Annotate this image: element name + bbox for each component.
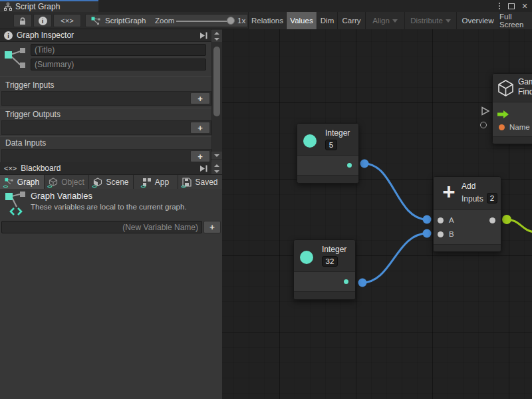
inspect-button[interactable]: i (33, 14, 52, 27)
zoom-slider-handle[interactable] (227, 17, 235, 25)
info-icon: i (4, 31, 13, 40)
wire-endpoint (502, 215, 511, 224)
graph-name: ScriptGraph (105, 17, 146, 25)
tab-saved[interactable]: <> Saved (178, 175, 222, 189)
toolbar-button-dim[interactable]: Dim (317, 12, 337, 29)
variables-button[interactable]: <×> (53, 14, 81, 27)
scroll-down-button[interactable] (211, 152, 222, 159)
graph-icon (3, 45, 27, 70)
add-operator-icon: + (439, 177, 459, 207)
lock-icon (19, 17, 27, 25)
integer-value-field[interactable] (322, 256, 338, 267)
zoom-label: Zoom (155, 17, 174, 25)
node-title: GameObject (518, 77, 532, 86)
zoom-slider-track[interactable] (176, 21, 233, 22)
graph-inspector-header[interactable]: i Graph Inspector (0, 29, 222, 42)
divider (0, 136, 211, 137)
graph-inspector-title: Graph Inspector (17, 31, 74, 40)
tab-object[interactable]: <> Object (45, 175, 88, 189)
toolbar-button-full-screen[interactable]: Full Screen (499, 12, 532, 29)
chevron-down-icon (392, 19, 398, 23)
node-gameobject-find[interactable]: GameObject Find Name (492, 73, 532, 144)
tab-app[interactable]: <> App (134, 175, 178, 189)
dock-panel-icon[interactable] (200, 165, 207, 172)
inputs-label: Inputs (462, 194, 483, 203)
blackboard-tab-bar: <> Graph <> Object <> Scene (0, 175, 222, 189)
floppy-disk-icon: <> (182, 178, 192, 187)
integer-type-icon (300, 251, 313, 264)
toolbar-button-relations[interactable]: Relations (248, 12, 286, 29)
graph-summary-field[interactable] (31, 59, 206, 70)
graph-canvas[interactable]: Integer Integer + Add (222, 29, 532, 399)
scroll-up-button[interactable] (211, 30, 222, 36)
trigger-arrow-icon[interactable] (497, 110, 509, 118)
variables-icon: <×> (61, 17, 73, 25)
output-port[interactable] (489, 217, 495, 223)
cube-icon: <> (49, 178, 59, 187)
arrow-down-icon (214, 38, 219, 41)
node-integer-5[interactable]: Integer (297, 123, 359, 184)
tab-script-graph[interactable]: Script Graph (0, 0, 98, 12)
graph-variables-title: Graph Variables (31, 191, 92, 201)
wire-endpoint (360, 160, 369, 168)
wire-endpoint (423, 229, 432, 238)
graph-context-segment: ScriptGraph Zoom 1x (85, 14, 248, 27)
scroll-down-button[interactable] (211, 168, 222, 174)
window-title: Script Graph (15, 2, 60, 11)
wire-endpoint (358, 279, 367, 287)
integer-value-field[interactable] (325, 140, 337, 150)
wire-endpoint (423, 215, 432, 224)
inputs-count-field[interactable] (487, 193, 497, 203)
side-panel: i Graph Inspector Trigger Inputs + Trigg… (0, 29, 222, 399)
lock-button[interactable] (13, 14, 32, 27)
tab-scene[interactable]: <> Scene (89, 175, 133, 189)
add-variable-button[interactable]: + (203, 221, 221, 233)
toolbar-button-values[interactable]: Values (286, 12, 317, 29)
window-close-button[interactable]: × (520, 1, 529, 11)
new-variable-name-field[interactable] (1, 221, 202, 233)
divider (0, 76, 211, 77)
info-icon: i (39, 17, 47, 25)
gameobject-cube-icon (497, 79, 515, 97)
node-add[interactable]: + Add Inputs A B (433, 176, 501, 252)
node-integer-32[interactable]: Integer (293, 239, 356, 300)
scroll-up-button[interactable] (211, 162, 222, 168)
graph-variables-description: These variables are local to the current… (31, 203, 187, 211)
script-graph-window: Script Graph × i <×> (0, 0, 532, 399)
data-port-outline-icon[interactable] (480, 122, 487, 128)
toolbar-button-distribute[interactable]: Distribute (404, 12, 456, 29)
scroll-down-button[interactable] (211, 36, 222, 42)
graph-title-field[interactable] (31, 44, 206, 56)
port-label-b: B (449, 230, 454, 238)
toolbar-button-align[interactable]: Align (365, 12, 404, 29)
arrow-down-icon (214, 170, 219, 173)
node-title: Integer (322, 245, 346, 254)
output-port[interactable] (344, 279, 348, 284)
dock-panel-icon[interactable] (200, 32, 207, 39)
graph-toolbar: i <×> ScriptGraph Zoom 1x Relations Valu… (0, 12, 532, 29)
tab-graph[interactable]: <> Graph (0, 175, 44, 189)
name-input-port[interactable] (499, 124, 505, 130)
window-maximize-button[interactable] (507, 1, 516, 11)
window-menu-button[interactable] (495, 1, 504, 11)
add-data-input-button[interactable]: + (190, 150, 210, 162)
output-port[interactable] (347, 163, 352, 168)
wire-integer5-to-a (364, 164, 427, 219)
divider (0, 108, 211, 108)
input-port-a[interactable] (438, 217, 444, 223)
port-label-name: Name (509, 123, 530, 131)
toolbar-button-carry[interactable]: Carry (337, 12, 365, 29)
input-port-b[interactable] (438, 231, 444, 237)
add-trigger-output-button[interactable]: + (190, 122, 210, 134)
window-titlebar: Script Graph × (0, 0, 532, 12)
script-graph-icon (4, 3, 12, 11)
blackboard-header[interactable]: <×> Blackboard (0, 162, 222, 175)
add-trigger-input-button[interactable]: + (190, 92, 210, 104)
arrow-up-icon (214, 164, 219, 167)
trigger-port-outline-icon[interactable] (481, 106, 490, 116)
trigger-inputs-list: + (1, 91, 211, 106)
graph-node-icon (91, 17, 101, 25)
inspector-scrollbar-thumb[interactable] (213, 47, 220, 116)
toolbar-button-overview[interactable]: Overview (456, 12, 499, 29)
scene-icon: <> (93, 178, 103, 187)
